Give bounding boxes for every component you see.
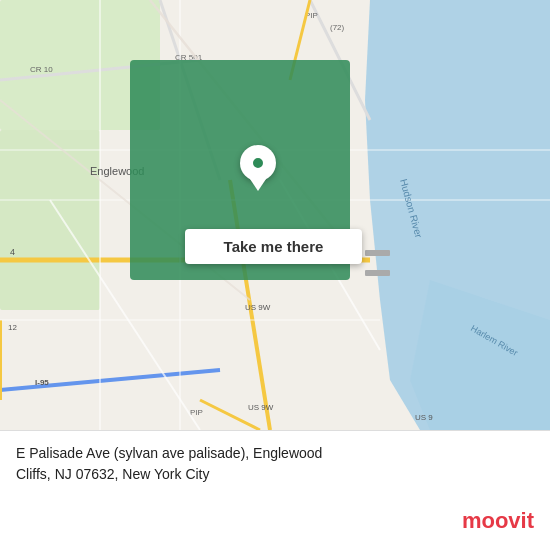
svg-text:12: 12 [8,323,17,332]
address-line1: E Palisade Ave (sylvan ave palisade), En… [16,445,322,461]
svg-rect-36 [365,250,390,256]
address-container: E Palisade Ave (sylvan ave palisade), En… [16,443,534,485]
svg-text:I-95: I-95 [35,378,49,387]
svg-text:4: 4 [10,247,15,257]
svg-text:(72): (72) [330,23,345,32]
location-pin [238,145,278,195]
svg-text:US 9W: US 9W [245,303,271,312]
svg-rect-37 [365,270,390,276]
moovit-logo: moovit [462,508,534,534]
address-line2: Cliffs, NJ 07632, New York City [16,466,210,482]
svg-rect-4 [0,130,100,310]
svg-text:US 9: US 9 [415,413,433,422]
svg-text:PIP: PIP [190,408,203,417]
info-bar: E Palisade Ave (sylvan ave palisade), En… [0,430,550,550]
pin-inner [250,155,266,171]
pin-circle [240,145,276,181]
map-container: 4 US 9W CR 501 CR 10 (72) PIP PIP I-95 1… [0,0,550,430]
moovit-logo-text: moovit [462,508,534,534]
svg-text:US 9W: US 9W [248,403,274,412]
pin-tail [250,179,266,191]
take-me-there-button[interactable]: Take me there [185,229,362,264]
svg-text:CR 10: CR 10 [30,65,53,74]
